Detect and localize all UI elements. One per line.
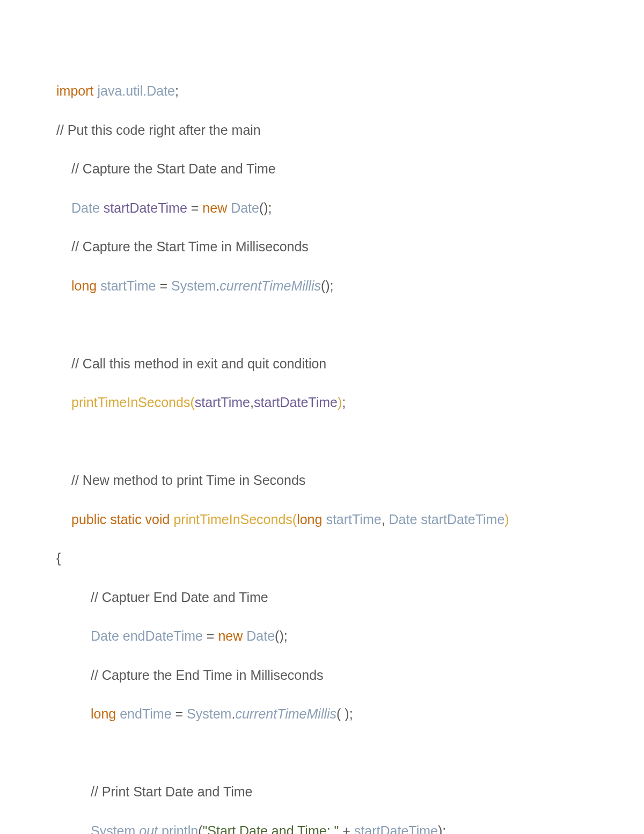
field: out <box>139 823 158 834</box>
param: startDateTime <box>421 512 504 527</box>
class-ref: System <box>171 278 216 293</box>
variable: startDateTime <box>104 200 187 215</box>
static-method: currentTimeMillis <box>235 706 336 721</box>
string-literal: "Start Date and Time: " <box>202 823 339 834</box>
code-line: public static void printTimeInSeconds(lo… <box>56 510 596 529</box>
keyword-void: void <box>145 512 170 527</box>
comment: // Capture the End Time in Milliseconds <box>91 668 324 683</box>
blank-line <box>56 432 596 451</box>
method-name: printTimeInSeconds <box>173 512 292 527</box>
comment: // Print Start Date and Time <box>91 784 253 799</box>
comment: // New method to print Time in Seconds <box>71 473 305 488</box>
class-ref: System <box>187 706 231 721</box>
variable: endTime <box>120 706 171 721</box>
code-line: printTimeInSeconds(startTime,startDateTi… <box>56 393 596 412</box>
code-line: // Put this code right after the main <box>56 120 596 140</box>
code-line: { <box>56 548 596 568</box>
code-line: // New method to print Time in Seconds <box>56 470 596 490</box>
variable: startTime <box>100 278 156 293</box>
code-line: // Call this method in exit and quit con… <box>56 354 596 373</box>
keyword-long: long <box>297 512 322 527</box>
code-line: // Capture the Start Date and Time <box>56 159 596 178</box>
keyword-new: new <box>218 628 243 643</box>
method-call: println <box>162 823 198 834</box>
blank-line <box>56 743 596 763</box>
method-call: printTimeInSeconds <box>71 395 190 410</box>
constructor: Date <box>231 200 259 215</box>
variable: endDateTime <box>123 628 203 643</box>
param: startTime <box>326 512 381 527</box>
comment: // Capture the Start Time in Millisecond… <box>71 239 309 254</box>
keyword-long: long <box>91 706 116 721</box>
type: Date <box>71 200 100 215</box>
constructor: Date <box>246 628 275 643</box>
static-method: currentTimeMillis <box>219 278 321 293</box>
code-line: // Print Start Date and Time <box>56 782 596 801</box>
brace-open: { <box>56 550 61 565</box>
code-line: Date endDateTime = new Date(); <box>56 626 596 646</box>
code-line: System.out.println("Start Date and Time:… <box>56 821 596 834</box>
argument: startTime <box>195 395 250 410</box>
blank-line <box>56 315 596 334</box>
type: Date <box>91 628 119 643</box>
keyword-public: public <box>71 512 106 527</box>
comment: // Call this method in exit and quit con… <box>71 356 326 371</box>
code-line: import java.util.Date; <box>56 81 596 100</box>
keyword-import: import <box>56 83 93 98</box>
comment: // Put this code right after the main <box>56 122 261 137</box>
java-code-block: import java.util.Date; // Put this code … <box>56 62 596 834</box>
comment: // Capture the Start Date and Time <box>71 161 276 176</box>
comment: // Captuer End Date and Time <box>91 590 268 605</box>
package-name: java.util.Date <box>97 83 175 98</box>
keyword-new: new <box>202 200 227 215</box>
variable: startDateTime <box>354 823 438 834</box>
type: Date <box>389 512 418 527</box>
keyword-static: static <box>110 512 141 527</box>
code-line: long startTime = System.currentTimeMilli… <box>56 276 596 295</box>
code-line: Date startDateTime = new Date(); <box>56 198 596 217</box>
class-ref: System <box>91 823 135 834</box>
code-line: // Capture the Start Time in Millisecond… <box>56 237 596 256</box>
code-line: // Capture the End Time in Milliseconds <box>56 665 596 685</box>
code-line: long endTime = System.currentTimeMillis(… <box>56 704 596 723</box>
keyword-long: long <box>71 278 97 293</box>
code-line: // Captuer End Date and Time <box>56 588 596 607</box>
argument: startDateTime <box>254 395 338 410</box>
